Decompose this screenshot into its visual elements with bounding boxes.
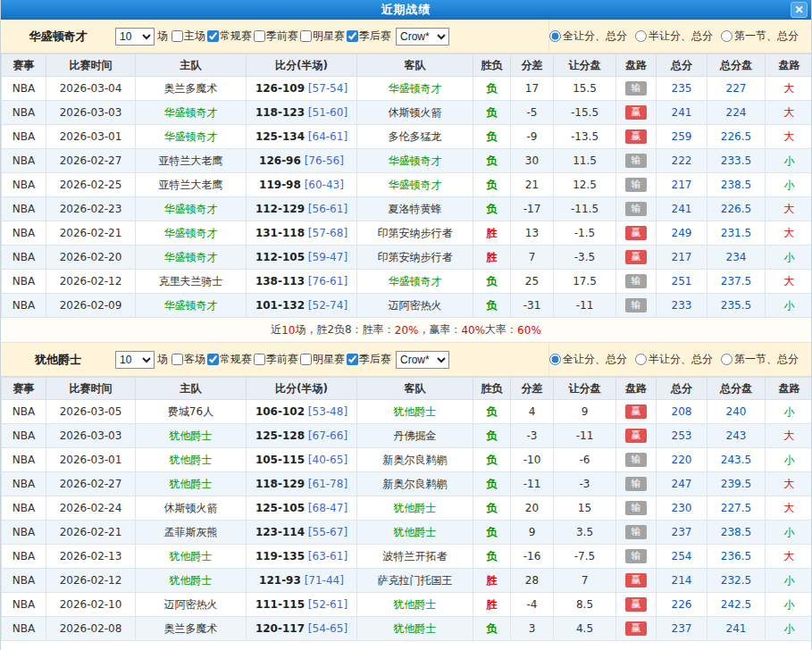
column-header: 盘路 <box>616 378 657 400</box>
radio-input[interactable] <box>549 354 561 365</box>
filter-checkbox-3[interactable]: 明星赛 <box>300 29 345 44</box>
checkbox-input[interactable] <box>300 354 312 365</box>
radio-input[interactable] <box>635 30 647 42</box>
filter-controls: 10场主场常规赛季前赛明星赛季后赛Crow* <box>115 28 548 46</box>
odds-source-select[interactable]: Crow* <box>396 28 449 46</box>
total-points-cell: 208 <box>657 400 707 424</box>
summary-segment: 60% <box>517 324 541 337</box>
stat-mode-radio-0[interactable]: 全让分、总分 <box>549 29 627 44</box>
total-points-cell: 259 <box>657 125 707 149</box>
checkbox-input[interactable] <box>347 354 358 365</box>
handicap-result-cell: 赢 <box>616 400 657 424</box>
away-team-cell: 犹他爵士 <box>357 593 473 617</box>
checkbox-input[interactable] <box>254 30 265 42</box>
date-cell: 2026-02-21 <box>46 521 136 545</box>
league-cell: NBA <box>2 270 46 294</box>
checkbox-input[interactable] <box>254 354 265 365</box>
total-points-cell: 237 <box>657 521 707 545</box>
away-team-cell: 波特兰开拓者 <box>357 545 473 569</box>
game-row: NBA2026-02-08奥兰多魔术120-117 [54-65]犹他爵士负34… <box>2 617 812 641</box>
total-line-cell: 240 <box>707 400 766 424</box>
away-team-cell: 华盛顿奇才 <box>357 149 473 173</box>
filter-checkbox-0[interactable]: 客场 <box>172 352 205 367</box>
result-cell: 负 <box>473 424 511 448</box>
radio-input[interactable] <box>721 30 732 42</box>
checkbox-input[interactable] <box>172 30 183 42</box>
game-row: NBA2026-02-13犹他爵士119-135 [63-61]波特兰开拓者负-… <box>2 545 812 569</box>
margin-cell: -10 <box>511 448 554 472</box>
score-cell: 125-128 [67-66] <box>247 424 357 448</box>
filter-checkbox-3[interactable]: 明星赛 <box>300 352 345 367</box>
checkbox-input[interactable] <box>300 30 312 42</box>
radio-label: 全让分、总分 <box>563 29 627 44</box>
filter-checkbox-4[interactable]: 季后赛 <box>347 29 391 44</box>
games-count-select[interactable]: 10 <box>115 351 155 369</box>
radio-label: 全让分、总分 <box>563 352 627 367</box>
checkbox-input[interactable] <box>207 30 219 42</box>
date-cell: 2026-02-23 <box>46 197 136 221</box>
away-team-cell: 印第安纳步行者 <box>357 221 473 246</box>
odds-source-select[interactable]: Crow* <box>396 351 449 369</box>
result-cell: 负 <box>473 270 511 294</box>
column-header: 赛事 <box>2 54 46 77</box>
filter-checkbox-4[interactable]: 季后赛 <box>347 352 391 367</box>
league-cell: NBA <box>2 294 46 318</box>
margin-cell: 3 <box>511 617 554 641</box>
total-line-cell: 238.5 <box>707 521 766 545</box>
radio-input[interactable] <box>549 30 561 42</box>
home-team-cell: 亚特兰大老鹰 <box>136 149 247 173</box>
home-team-cell: 犹他爵士 <box>136 569 247 593</box>
margin-cell: 7 <box>511 246 554 270</box>
handicap-line-cell: 8.5 <box>554 593 616 617</box>
away-team-cell: 新奥尔良鹈鹕 <box>357 448 473 472</box>
radio-input[interactable] <box>721 354 732 365</box>
filter-checkbox-2[interactable]: 季前赛 <box>254 352 298 367</box>
close-icon[interactable]: ✕ <box>791 2 808 18</box>
league-cell: NBA <box>2 569 46 593</box>
home-team-cell: 亚特兰大老鹰 <box>136 173 247 197</box>
stat-mode-radio-1[interactable]: 半让分、总分 <box>635 29 713 44</box>
total-points-cell: 247 <box>657 472 707 496</box>
home-team-cell: 华盛顿奇才 <box>136 246 247 270</box>
column-header: 分差 <box>511 54 554 77</box>
checkbox-input[interactable] <box>172 354 183 365</box>
over-under-cell: 大 <box>766 221 812 246</box>
header-row: 赛事比赛时间主队比分(半场)客队胜负分差让分盘盘路总分总分盘盘路 <box>2 54 812 77</box>
result-cell: 负 <box>473 545 511 569</box>
column-header: 盘路 <box>616 54 657 77</box>
filter-checkbox-0[interactable]: 主场 <box>172 29 205 44</box>
filter-checkbox-2[interactable]: 季前赛 <box>254 29 298 44</box>
games-count-select[interactable]: 10 <box>115 28 155 46</box>
score-cell: 126-109 [57-54] <box>247 77 357 101</box>
margin-cell: -5 <box>511 101 554 125</box>
result-cell: 负 <box>473 496 511 521</box>
date-cell: 2026-02-27 <box>46 472 136 496</box>
checkbox-label: 季后赛 <box>359 352 391 367</box>
game-row: NBA2026-03-05费城76人106-102 [53-48]犹他爵士负49… <box>2 400 812 424</box>
column-header: 主队 <box>136 54 247 77</box>
result-cell: 负 <box>473 77 511 101</box>
over-under-cell: 小 <box>766 149 812 173</box>
filter-checkbox-1[interactable]: 常规赛 <box>207 29 252 44</box>
stat-mode-radio-2[interactable]: 第一节、总分 <box>721 352 799 367</box>
filter-checkbox-1[interactable]: 常规赛 <box>207 352 252 367</box>
radio-label: 半让分、总分 <box>649 352 713 367</box>
stat-mode-radio-0[interactable]: 全让分、总分 <box>549 352 627 367</box>
away-team-cell: 印第安纳步行者 <box>357 246 473 270</box>
result-cell: 负 <box>473 125 511 149</box>
total-points-cell: 222 <box>657 149 707 173</box>
header-row: 赛事比赛时间主队比分(半场)客队胜负分差让分盘盘路总分总分盘盘路 <box>2 378 812 400</box>
checkbox-input[interactable] <box>207 354 219 365</box>
summary-segment: ，赢率： <box>418 322 461 338</box>
stat-mode-radio-1[interactable]: 半让分、总分 <box>635 352 713 367</box>
radio-input[interactable] <box>635 354 647 365</box>
over-under-cell: 小 <box>766 617 812 641</box>
home-team-cell: 犹他爵士 <box>136 545 247 569</box>
game-row: NBA2026-02-12犹他爵士121-93 [71-44]萨克拉门托国王胜2… <box>2 569 812 593</box>
column-header: 比分(半场) <box>247 54 357 77</box>
checkbox-input[interactable] <box>347 30 358 42</box>
margin-cell: 20 <box>511 496 554 521</box>
home-team-cell: 孟菲斯灰熊 <box>136 521 247 545</box>
column-header: 比赛时间 <box>46 54 136 77</box>
stat-mode-radio-2[interactable]: 第一节、总分 <box>721 29 799 44</box>
